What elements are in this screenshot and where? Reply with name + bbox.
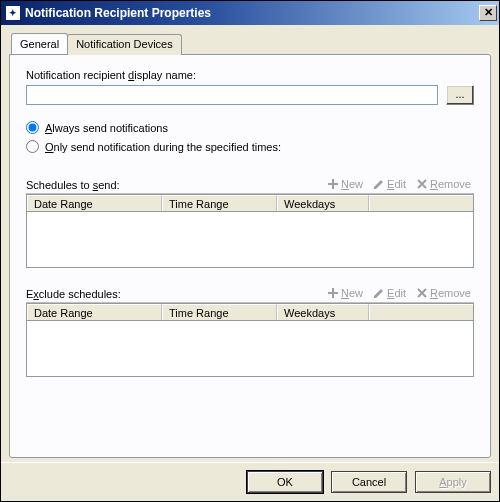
dialog-window: ✦ Notification Recipient Properties ✕ Ge… — [0, 0, 500, 502]
close-button[interactable]: ✕ — [479, 5, 497, 21]
schedules-new-button: New — [324, 177, 366, 191]
x-icon — [416, 287, 428, 299]
cancel-button[interactable]: Cancel — [331, 471, 407, 493]
ok-button[interactable]: OK — [247, 471, 323, 493]
display-name-label: Notification recipient display name: — [26, 69, 474, 81]
col-time-range-2[interactable]: Time Range — [162, 304, 277, 320]
display-name-row: ... — [26, 85, 474, 105]
schedules-list[interactable] — [26, 212, 474, 268]
browse-button[interactable]: ... — [446, 85, 474, 105]
exclude-section-header: Exclude schedules: New Edit Remove — [26, 268, 474, 303]
schedules-headers: Date Range Time Range Weekdays — [26, 194, 474, 212]
col-date-range[interactable]: Date Range — [27, 195, 162, 211]
window-title: Notification Recipient Properties — [25, 6, 479, 20]
apply-button: Apply — [415, 471, 491, 493]
titlebar: ✦ Notification Recipient Properties ✕ — [1, 1, 499, 25]
exclude-schedules-label: Exclude schedules: — [26, 288, 121, 300]
x-icon — [416, 178, 428, 190]
exclude-toolbar: New Edit Remove — [324, 286, 474, 300]
display-name-input[interactable] — [26, 85, 438, 105]
app-icon: ✦ — [5, 5, 21, 21]
exclude-headers: Date Range Time Range Weekdays — [26, 303, 474, 321]
exclude-list[interactable] — [26, 321, 474, 377]
exclude-edit-button: Edit — [370, 286, 409, 300]
exclude-new-button: New — [324, 286, 366, 300]
radio-only-times[interactable]: Only send notification during the specif… — [26, 140, 474, 153]
pencil-icon — [373, 287, 385, 299]
svg-rect-3 — [328, 292, 338, 294]
radio-always-input[interactable] — [26, 121, 39, 134]
radio-only-input[interactable] — [26, 140, 39, 153]
col-spacer — [369, 195, 473, 211]
col-spacer-2 — [369, 304, 473, 320]
col-date-range-2[interactable]: Date Range — [27, 304, 162, 320]
schedules-toolbar: New Edit Remove — [324, 177, 474, 191]
schedules-section-header: Schedules to send: New Edit Remove — [26, 159, 474, 194]
col-weekdays[interactable]: Weekdays — [277, 195, 369, 211]
client-area: General Notification Devices Notificatio… — [1, 25, 499, 462]
pencil-icon — [373, 178, 385, 190]
col-time-range[interactable]: Time Range — [162, 195, 277, 211]
plus-icon — [327, 178, 339, 190]
dialog-button-row: OK Cancel Apply — [1, 462, 499, 501]
tab-page-general: Notification recipient display name: ...… — [9, 54, 491, 458]
tab-general[interactable]: General — [11, 33, 68, 54]
schedules-to-send-label: Schedules to send: — [26, 179, 120, 191]
exclude-remove-button: Remove — [413, 286, 474, 300]
tab-strip: General Notification Devices — [11, 33, 491, 54]
col-weekdays-2[interactable]: Weekdays — [277, 304, 369, 320]
svg-rect-1 — [328, 183, 338, 185]
plus-icon — [327, 287, 339, 299]
schedules-remove-button: Remove — [413, 177, 474, 191]
tab-notification-devices[interactable]: Notification Devices — [67, 34, 182, 55]
radio-always-send[interactable]: Always send notifications — [26, 121, 474, 134]
schedules-edit-button: Edit — [370, 177, 409, 191]
